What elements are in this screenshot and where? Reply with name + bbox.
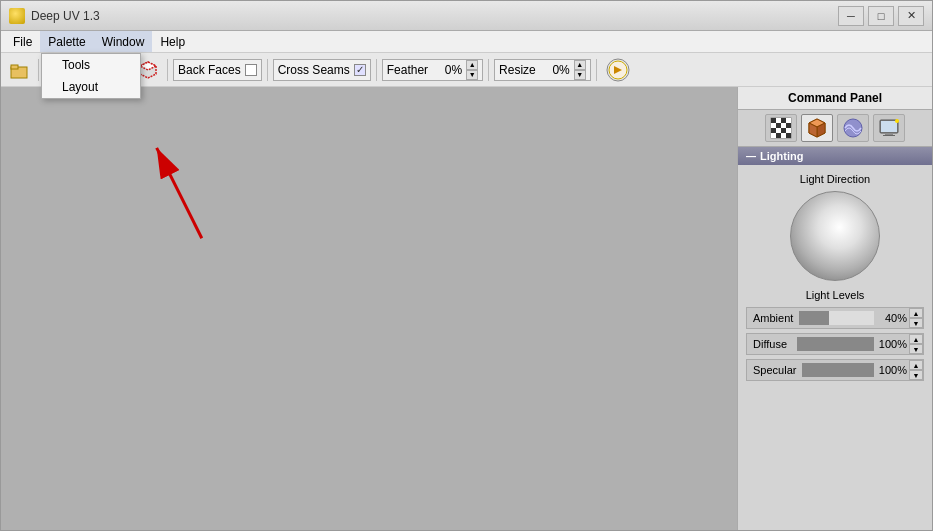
render-button[interactable]: [602, 57, 634, 83]
back-faces-label: Back Faces: [178, 63, 241, 77]
svg-rect-35: [776, 133, 781, 138]
svg-rect-36: [781, 133, 786, 138]
diffuse-down[interactable]: ▼: [909, 344, 923, 354]
ambient-row: Ambient 40% ▲ ▼: [746, 307, 924, 329]
svg-rect-26: [771, 123, 776, 128]
back-faces-control: Back Faces: [173, 59, 262, 81]
lighting-section: — Lighting Light Direction Light Levels …: [738, 147, 932, 393]
specular-down[interactable]: ▼: [909, 370, 923, 380]
toolbar-sep-6: [596, 59, 597, 81]
ambient-slider[interactable]: [799, 311, 874, 325]
resize-spinner[interactable]: ▲ ▼: [574, 60, 586, 80]
svg-rect-28: [781, 123, 786, 128]
diffuse-value: 100%: [874, 338, 909, 350]
checker-icon: [769, 116, 793, 140]
toolbar-sep-1: [38, 59, 39, 81]
viewport[interactable]: [1, 87, 737, 530]
menu-file[interactable]: File: [5, 31, 40, 52]
menu-palette[interactable]: Palette: [40, 31, 93, 52]
panel-icons-row: [738, 110, 932, 147]
svg-rect-1: [11, 65, 18, 69]
ambient-label: Ambient: [747, 312, 799, 324]
feather-label: Feather: [387, 63, 428, 77]
window-title: Deep UV 1.3: [31, 9, 838, 23]
arrow-annotation: [1, 87, 737, 530]
svg-rect-46: [883, 135, 895, 136]
wave-icon: [841, 116, 865, 140]
minimize-button[interactable]: ─: [838, 6, 864, 26]
resize-value: 0%: [540, 63, 570, 77]
svg-rect-23: [776, 118, 781, 123]
light-levels-label: Light Levels: [746, 289, 924, 301]
cross-seams-checkbox[interactable]: ✓: [354, 64, 366, 76]
panel-wave-button[interactable]: [837, 114, 869, 142]
specular-row: Specular 100% ▲ ▼: [746, 359, 924, 381]
checker-icon-button[interactable]: [765, 114, 797, 142]
feather-down[interactable]: ▼: [466, 70, 478, 80]
svg-rect-30: [771, 128, 776, 133]
svg-rect-37: [786, 133, 791, 138]
svg-point-47: [895, 119, 899, 123]
svg-rect-33: [786, 128, 791, 133]
light-sphere-container: [746, 191, 924, 281]
toolbar-sep-5: [488, 59, 489, 81]
main-content: Command Panel: [1, 87, 932, 530]
svg-rect-34: [771, 133, 776, 138]
panel-cube-button[interactable]: [801, 114, 833, 142]
open-button[interactable]: [5, 57, 33, 83]
close-button[interactable]: ✕: [898, 6, 924, 26]
svg-rect-44: [881, 121, 897, 132]
render-icon: [605, 57, 631, 83]
diffuse-slider[interactable]: [797, 337, 874, 351]
feather-value: 0%: [432, 63, 462, 77]
lighting-section-header: — Lighting: [738, 147, 932, 165]
resize-control: Resize 0% ▲ ▼: [494, 59, 591, 81]
lighting-title: Lighting: [760, 150, 803, 162]
cross-seams-control: Cross Seams ✓: [273, 59, 371, 81]
toolbar-sep-4: [376, 59, 377, 81]
collapse-icon[interactable]: —: [746, 151, 756, 162]
specular-slider[interactable]: [802, 363, 874, 377]
dropdown-tools[interactable]: Tools: [42, 54, 140, 76]
folder-icon: [9, 60, 29, 80]
diffuse-spinner[interactable]: ▲ ▼: [909, 334, 923, 354]
svg-rect-24: [781, 118, 786, 123]
feather-control: Feather 0% ▲ ▼: [382, 59, 483, 81]
panel-cube-icon: [805, 116, 829, 140]
resize-down[interactable]: ▼: [574, 70, 586, 80]
svg-rect-32: [781, 128, 786, 133]
feather-spinner[interactable]: ▲ ▼: [466, 60, 478, 80]
toolbar-sep-3: [267, 59, 268, 81]
monitor-icon: [877, 116, 901, 140]
ambient-spinner[interactable]: ▲ ▼: [909, 308, 923, 328]
diffuse-up[interactable]: ▲: [909, 334, 923, 344]
cross-seams-label: Cross Seams: [278, 63, 350, 77]
specular-value: 100%: [874, 364, 909, 376]
dropdown-layout[interactable]: Layout: [42, 76, 140, 98]
light-sphere[interactable]: [790, 191, 880, 281]
light-direction-label: Light Direction: [746, 173, 924, 185]
diffuse-label: Diffuse: [747, 338, 797, 350]
menu-window[interactable]: Window: [94, 31, 153, 52]
window-controls: ─ □ ✕: [838, 6, 924, 26]
specular-up[interactable]: ▲: [909, 360, 923, 370]
ambient-value: 40%: [874, 312, 909, 324]
command-panel: Command Panel: [737, 87, 932, 530]
toolbar-sep-2: [167, 59, 168, 81]
menu-bar: File Palette Window Help Tools Layout: [1, 31, 932, 53]
panel-monitor-button[interactable]: [873, 114, 905, 142]
svg-rect-25: [786, 118, 791, 123]
main-window: Deep UV 1.3 ─ □ ✕ File Palette Window He…: [0, 0, 933, 531]
menu-help[interactable]: Help: [152, 31, 193, 52]
svg-line-20: [157, 148, 202, 238]
specular-spinner[interactable]: ▲ ▼: [909, 360, 923, 380]
ambient-up[interactable]: ▲: [909, 308, 923, 318]
maximize-button[interactable]: □: [868, 6, 894, 26]
back-faces-checkbox[interactable]: [245, 64, 257, 76]
resize-label: Resize: [499, 63, 536, 77]
feather-up[interactable]: ▲: [466, 60, 478, 70]
ambient-down[interactable]: ▼: [909, 318, 923, 328]
resize-up[interactable]: ▲: [574, 60, 586, 70]
command-panel-header: Command Panel: [738, 87, 932, 110]
specular-label: Specular: [747, 364, 802, 376]
